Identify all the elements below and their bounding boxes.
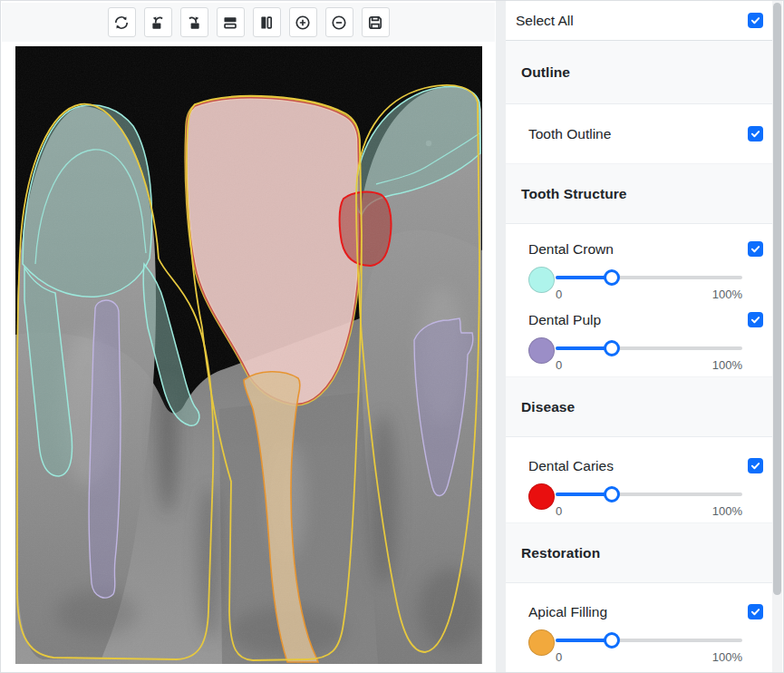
- apical-filling-checkbox[interactable]: [748, 604, 763, 619]
- slider-max-label: 100%: [712, 288, 742, 301]
- dental-pulp-color-swatch: [528, 337, 555, 364]
- dental-crown-color-swatch: [528, 267, 555, 293]
- layer-row-dental-caries: Dental Caries 0 100%: [506, 452, 772, 522]
- rotate-left-icon: [150, 15, 166, 31]
- zoom-in-button[interactable]: [289, 7, 317, 37]
- zoom-in-icon: [295, 15, 311, 31]
- rotate-right-button[interactable]: [180, 7, 208, 37]
- select-all-row: Select All: [506, 1, 772, 41]
- refresh-button[interactable]: [108, 7, 136, 37]
- layer-label: Apical Filling: [528, 604, 607, 620]
- layer-label: Dental Pulp: [528, 312, 601, 328]
- check-icon: [750, 315, 760, 325]
- zoom-out-icon: [331, 15, 347, 31]
- slider-handle[interactable]: [604, 340, 620, 356]
- dental-pulp-checkbox[interactable]: [748, 312, 763, 327]
- slider-handle[interactable]: [604, 632, 620, 649]
- section-title: Restoration: [521, 545, 600, 561]
- slider-min-label: 0: [556, 358, 562, 372]
- dental-crown-checkbox[interactable]: [748, 241, 763, 257]
- dental-caries-checkbox[interactable]: [748, 458, 763, 473]
- layer-row-dental-crown: Dental Crown 0 100%: [506, 235, 772, 306]
- section-title: Tooth Structure: [521, 186, 627, 202]
- slider-max-label: 100%: [712, 650, 742, 664]
- rotate-left-button[interactable]: [144, 7, 172, 37]
- flip-vertical-icon: [222, 15, 238, 31]
- film-grain: [15, 46, 482, 664]
- check-icon: [750, 244, 760, 254]
- dental-caries-color-swatch: [528, 483, 555, 510]
- flip-horizontal-button[interactable]: [253, 7, 281, 37]
- tooth-outline-checkbox[interactable]: [748, 126, 763, 141]
- check-icon: [750, 607, 760, 617]
- check-icon: [750, 461, 760, 471]
- slider-min-label: 0: [556, 288, 562, 301]
- slider-min-label: 0: [556, 650, 562, 664]
- layer-label: Dental Caries: [528, 458, 614, 474]
- sidebar-scrollbar[interactable]: [772, 1, 782, 673]
- section-title: Outline: [521, 64, 570, 81]
- select-all-checkbox[interactable]: [748, 13, 763, 28]
- slider-min-label: 0: [556, 504, 562, 518]
- layer-row-dental-pulp: Dental Pulp 0 100%: [506, 306, 772, 376]
- apical-filling-color-swatch: [528, 629, 555, 656]
- save-icon: [367, 15, 383, 31]
- check-icon: [750, 15, 760, 25]
- section-header-outline: Outline: [506, 41, 772, 104]
- layer-sidebar: Select All Outline Tooth Outline Tooth S…: [506, 1, 784, 673]
- slider-handle[interactable]: [604, 269, 620, 286]
- zoom-out-button[interactable]: [325, 7, 353, 37]
- section-header-disease: Disease: [506, 377, 772, 437]
- section-title: Disease: [521, 399, 575, 415]
- image-panel: [1, 1, 496, 673]
- flip-vertical-button[interactable]: [217, 7, 245, 37]
- layer-label: Dental Crown: [528, 241, 614, 258]
- select-all-label: Select All: [516, 13, 574, 29]
- scrollbar-thumb[interactable]: [773, 3, 781, 595]
- panel-divider: [496, 1, 506, 673]
- refresh-icon: [113, 15, 130, 31]
- slider-handle[interactable]: [604, 486, 620, 502]
- xray-image: [15, 46, 482, 664]
- layer-row-tooth-outline: Tooth Outline: [506, 104, 772, 164]
- image-toolbar: [2, 3, 495, 42]
- slider-max-label: 100%: [712, 358, 742, 372]
- layer-row-apical-filling: Apical Filling 0 100%: [506, 598, 772, 668]
- slider-max-label: 100%: [712, 504, 742, 518]
- section-header-restoration: Restoration: [506, 523, 772, 583]
- layer-label: Tooth Outline: [528, 126, 611, 142]
- flip-horizontal-icon: [258, 15, 275, 31]
- rotate-right-icon: [186, 15, 202, 31]
- section-header-tooth-structure: Tooth Structure: [506, 164, 772, 224]
- check-icon: [750, 129, 760, 139]
- xray-canvas[interactable]: [15, 46, 482, 664]
- save-button[interactable]: [362, 7, 390, 37]
